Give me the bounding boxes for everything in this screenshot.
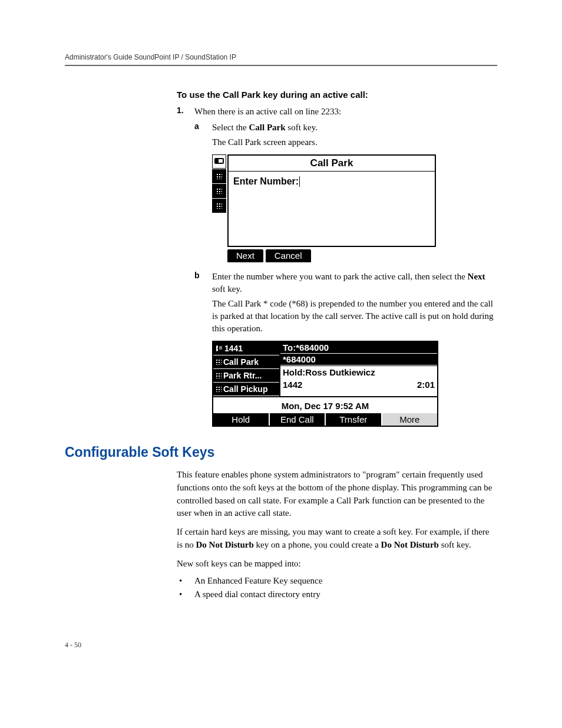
softkey-name: Next bbox=[468, 272, 485, 281]
text: soft key. bbox=[212, 284, 242, 294]
step-number: 1. bbox=[177, 106, 194, 118]
keypad-icon bbox=[216, 386, 222, 392]
substep-marker: b bbox=[194, 271, 212, 295]
hold-ext: 1442 bbox=[283, 380, 302, 390]
phone-screen-call-park: Call Park Enter Number: Next Cancel bbox=[212, 154, 436, 262]
substep-b-result: The Call Park * code (*68) is prepended … bbox=[212, 298, 497, 335]
text: soft key. bbox=[439, 540, 471, 549]
line-label: Call Park bbox=[223, 357, 259, 367]
bullet-icon: • bbox=[177, 589, 194, 599]
text: Select the bbox=[212, 123, 249, 132]
bullet-text: A speed dial contact directory entry bbox=[194, 589, 320, 599]
substep-a-result: The Call Park screen appears. bbox=[212, 136, 497, 149]
line-label: 1441 bbox=[224, 344, 243, 353]
call-timer: 2:01 bbox=[417, 380, 435, 390]
keypad-icon bbox=[216, 373, 222, 378]
softkey-next[interactable]: Next bbox=[227, 249, 263, 262]
bullet-item: • A speed dial contact directory entry bbox=[177, 589, 497, 599]
line-key-parkrtr[interactable]: Park Rtr... bbox=[213, 369, 279, 383]
hold-ext-row: 1442 2:01 bbox=[280, 378, 437, 391]
line-label: Park Rtr... bbox=[223, 371, 262, 380]
handset-icon bbox=[216, 345, 223, 352]
substep-text: Select the Call Park soft key. bbox=[212, 121, 318, 134]
keypad-icon bbox=[212, 184, 226, 198]
softkey-cancel[interactable]: Cancel bbox=[266, 249, 311, 262]
substep-a: a Select the Call Park soft key. bbox=[194, 121, 497, 134]
step-1: 1. When there is an active call on line … bbox=[177, 106, 497, 118]
keypad-icon bbox=[216, 359, 222, 365]
screen-title: Call Park bbox=[229, 156, 435, 172]
text: Enter the number where you want to park … bbox=[212, 272, 468, 281]
softkey-hold[interactable]: Hold bbox=[213, 413, 270, 426]
substep-b: b Enter the number where you want to par… bbox=[194, 271, 497, 295]
hold-name-row: Hold:Ross Dutkiewicz bbox=[280, 365, 437, 378]
line-key-callpark[interactable]: Call Park bbox=[213, 355, 279, 369]
keypad-icon bbox=[212, 169, 226, 183]
softkey-endcall[interactable]: End Call bbox=[270, 413, 326, 426]
text: soft key. bbox=[286, 123, 318, 132]
line-key-ext[interactable]: 1441 bbox=[213, 342, 279, 355]
text-cursor bbox=[299, 176, 300, 187]
text: key on a phone, you could create a bbox=[254, 540, 381, 549]
page-number: 4 - 50 bbox=[65, 641, 497, 650]
substep-text: Enter the number where you want to park … bbox=[212, 271, 497, 295]
running-header: Administrator's Guide SoundPoint IP / So… bbox=[65, 53, 497, 66]
svg-rect-2 bbox=[216, 159, 219, 163]
paragraph: This feature enables phone system admini… bbox=[177, 469, 497, 520]
substep-marker: a bbox=[194, 121, 212, 134]
call-number-line: *684000 bbox=[280, 354, 437, 365]
paragraph: New soft keys can be mapped into: bbox=[177, 558, 497, 571]
step-text: When there is an active call on line 223… bbox=[194, 106, 341, 118]
enter-number-prompt: Enter Number: bbox=[233, 176, 299, 187]
datetime-bar: Mon, Dec 17 9:52 AM bbox=[213, 397, 437, 413]
call-to-line: To:*684000 bbox=[280, 342, 437, 354]
bullet-text: An Enhanced Feature Key sequence bbox=[194, 576, 322, 586]
key-name: Do Not Disturb bbox=[196, 540, 254, 549]
bullet-icon: • bbox=[177, 576, 194, 586]
line-label: Call Pickup bbox=[223, 384, 267, 394]
line-key-callpickup[interactable]: Call Pickup bbox=[213, 383, 279, 396]
softkey-more[interactable]: More bbox=[382, 413, 438, 426]
procedure-heading: To use the Call Park key during an activ… bbox=[177, 90, 497, 100]
key-name: Do Not Disturb bbox=[381, 540, 439, 549]
phone-screen-hold: 1441 Call Park Park Rtr... Call Pickup T… bbox=[212, 341, 438, 427]
section-title-configurable-soft-keys: Configurable Soft Keys bbox=[65, 444, 497, 460]
keypad-icon bbox=[212, 199, 226, 213]
line-icon bbox=[212, 154, 226, 169]
bullet-item: • An Enhanced Feature Key sequence bbox=[177, 576, 497, 586]
softkey-trnsfer[interactable]: Trnsfer bbox=[326, 413, 382, 426]
paragraph: If certain hard keys are missing, you ma… bbox=[177, 526, 497, 552]
softkey-name: Call Park bbox=[249, 123, 285, 132]
